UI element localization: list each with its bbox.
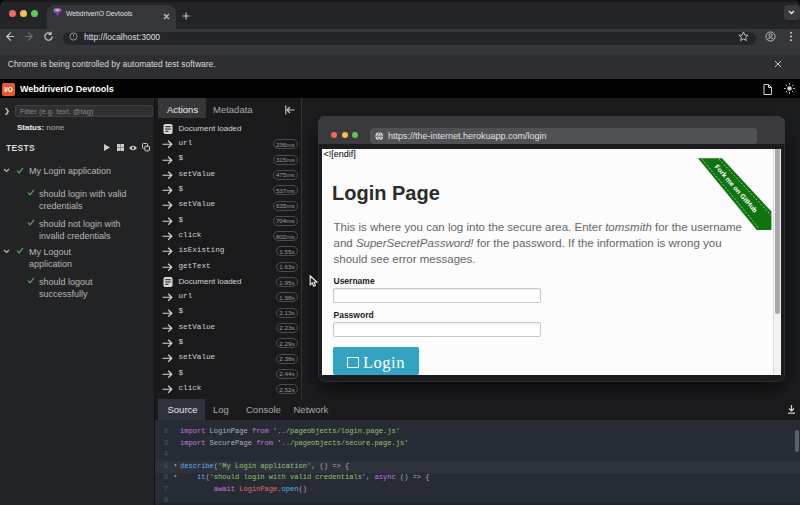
- svg-text:Fork me on GitHub: Fork me on GitHub: [713, 163, 758, 214]
